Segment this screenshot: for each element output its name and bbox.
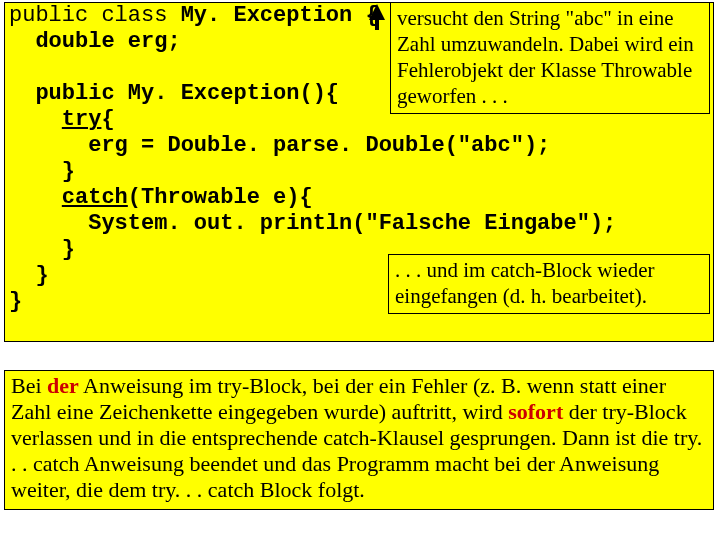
code-line-11: } bbox=[9, 263, 49, 288]
code-line-8c: (Throwable e){ bbox=[128, 185, 313, 210]
code-line-10: } bbox=[9, 237, 75, 262]
para-red-sofort: sofort bbox=[508, 399, 563, 424]
code-line-7: } bbox=[9, 159, 75, 184]
callout-catch-text: . . . und im catch-Block wieder eingefan… bbox=[395, 258, 655, 308]
code-line-5a bbox=[9, 107, 62, 132]
code-catch-keyword: catch bbox=[62, 185, 128, 210]
para-text-1: Bei bbox=[11, 373, 47, 398]
callout-try-text: versucht den String "abc" in eine Zahl u… bbox=[397, 6, 694, 108]
code-line-2: double erg; bbox=[9, 29, 181, 54]
code-line-1b: My. Exception { bbox=[181, 3, 379, 28]
callout-catch: . . . und im catch-Block wieder eingefan… bbox=[388, 254, 710, 314]
code-line-8a bbox=[9, 185, 62, 210]
code-line-6: erg = Double. parse. Double("abc"); bbox=[9, 133, 550, 158]
code-line-12: } bbox=[9, 289, 22, 314]
code-line-9: System. out. println("Falsche Eingabe"); bbox=[9, 211, 616, 236]
para-red-der: der bbox=[47, 373, 79, 398]
code-line-1a: public class bbox=[9, 3, 181, 28]
callout-try: versucht den String "abc" in eine Zahl u… bbox=[390, 2, 710, 114]
code-try-keyword: try bbox=[62, 107, 102, 132]
code-line-4: public My. Exception(){ bbox=[9, 81, 339, 106]
code-line-5c: { bbox=[101, 107, 114, 132]
explanation-panel: Bei der Anweisung im try-Block, bei der … bbox=[4, 370, 714, 510]
